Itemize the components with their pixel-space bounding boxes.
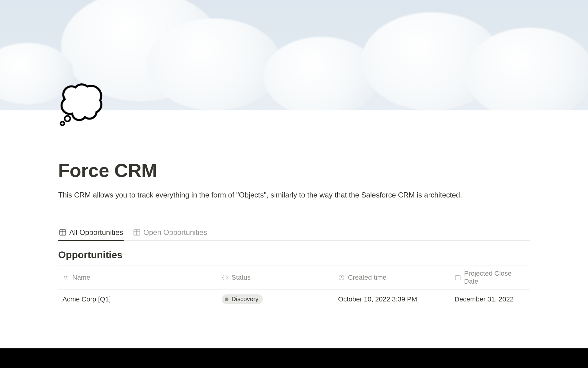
tab-open-opportunities[interactable]: Open Opportunities	[132, 225, 208, 240]
database-tabs: All Opportunities Open Opportunities	[58, 225, 530, 241]
clock-icon	[338, 274, 345, 281]
tab-label: All Opportunities	[69, 228, 123, 237]
page-description[interactable]: This CRM allows you to track everything …	[58, 189, 487, 201]
status-dot-icon	[225, 297, 228, 301]
svg-rect-3	[134, 230, 140, 235]
table-header-row: Name Status Created time	[58, 266, 530, 289]
table-icon	[133, 228, 141, 236]
column-header-name[interactable]: Name	[58, 266, 217, 289]
opportunities-table: Name Status Created time	[58, 266, 530, 309]
bottom-black-bar	[0, 348, 588, 368]
status-badge: Discovery	[222, 294, 263, 304]
column-header-created-time[interactable]: Created time	[334, 266, 450, 289]
status-label: Discovery	[232, 296, 258, 303]
cell-name[interactable]: Acme Corp [Q1]	[58, 289, 217, 309]
column-label: Name	[72, 274, 90, 282]
column-header-status[interactable]: Status	[217, 266, 334, 289]
page-icon-thought-bubble[interactable]: 💭	[58, 86, 104, 123]
title-property-icon	[62, 274, 69, 281]
svg-line-12	[223, 279, 224, 280]
table-row[interactable]: Acme Corp [Q1] Discovery October 10, 202…	[58, 289, 530, 309]
svg-line-13	[226, 276, 227, 276]
tab-label: Open Opportunities	[143, 228, 207, 237]
column-label: Created time	[348, 274, 386, 282]
table-icon	[59, 228, 67, 236]
status-property-icon	[222, 274, 228, 281]
page-title[interactable]: Force CRM	[58, 159, 530, 181]
cell-projected-close-date[interactable]: December 31, 2022	[450, 289, 530, 309]
column-label: Status	[232, 274, 251, 282]
column-label: Projected Close Date	[464, 270, 526, 286]
tab-all-opportunities[interactable]: All Opportunities	[58, 225, 124, 240]
cell-status[interactable]: Discovery	[217, 289, 334, 309]
svg-line-9	[226, 279, 227, 280]
column-header-projected-close-date[interactable]: Projected Close Date	[450, 266, 530, 289]
svg-line-8	[223, 276, 224, 276]
svg-rect-0	[60, 230, 66, 235]
database-title[interactable]: Opportunities	[58, 249, 530, 261]
calendar-icon	[454, 274, 461, 281]
cell-created-time[interactable]: October 10, 2022 3:39 PM	[334, 289, 450, 309]
page-content: Force CRM This CRM allows you to track e…	[0, 110, 588, 309]
svg-rect-15	[455, 276, 460, 280]
